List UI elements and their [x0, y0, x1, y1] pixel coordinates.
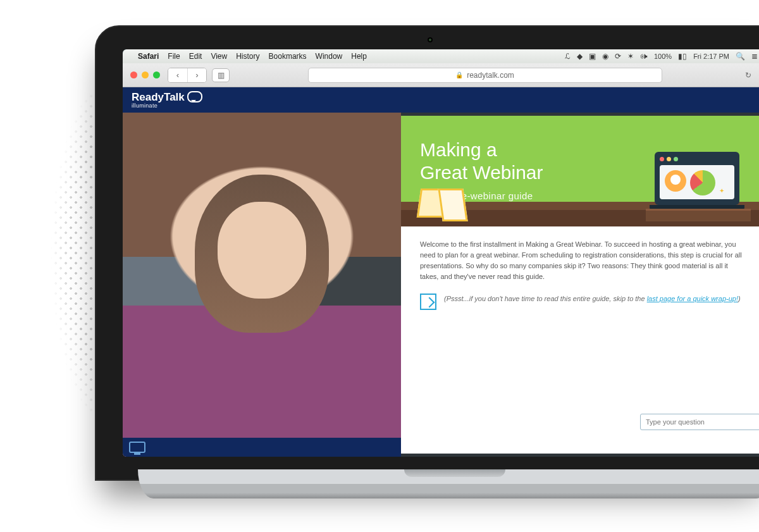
presenter-video: [123, 113, 401, 457]
menu-bookmarks[interactable]: Bookmarks: [269, 52, 307, 61]
spotlight-icon[interactable]: 🔍: [736, 52, 745, 61]
menubar-sync-icon[interactable]: ⟳: [615, 52, 621, 61]
slide-hint: (Pssst...if you don't have time to read …: [420, 294, 742, 310]
menu-view[interactable]: View: [211, 52, 227, 61]
window-close-button[interactable]: [130, 71, 137, 78]
sparkle-icon: ✦: [719, 187, 725, 194]
window-minimize-button[interactable]: [142, 71, 149, 78]
readytalk-logo-text: ReadyTalk: [132, 91, 185, 104]
address-domain: readytalk.com: [467, 71, 514, 80]
address-bar[interactable]: 🔒 readytalk.com: [308, 68, 662, 83]
slide-content: Making a Great Webinar Part 1: pre-webin…: [401, 116, 759, 454]
skip-arrow-icon: [420, 294, 436, 310]
slide-hero: Making a Great Webinar Part 1: pre-webin…: [401, 116, 759, 226]
pie-chart-icon: [690, 170, 715, 195]
display-toggle-icon[interactable]: [129, 442, 145, 453]
laptop-mockup: Safari File Edit View History Bookmarks …: [95, 25, 759, 481]
forward-button[interactable]: ›: [187, 68, 206, 82]
readytalk-logo-subtext: illuminate: [132, 102, 185, 109]
booklet-icon: [419, 189, 453, 218]
safari-toolbar: ‹ › ▥ 🔒 readytalk.com ↻: [123, 63, 759, 87]
question-input[interactable]: [640, 414, 759, 430]
video-control-bar: [123, 438, 401, 457]
laptop-camera-icon: [428, 37, 433, 42]
hint-link[interactable]: last page for a quick wrap-up!: [647, 295, 738, 302]
menubar-drive-icon[interactable]: ◆: [577, 52, 583, 61]
slide-body-text: Welcome to the first installment in Maki…: [420, 239, 742, 282]
avatar-icon: [665, 170, 686, 192]
menubar-shield-icon[interactable]: ▣: [589, 52, 596, 61]
sidebar-toggle-button[interactable]: ▥: [212, 68, 230, 82]
presenter-image: [123, 113, 401, 457]
slide-area: Making a Great Webinar Part 1: pre-webin…: [401, 113, 759, 457]
macos-menubar: Safari File Edit View History Bookmarks …: [123, 49, 759, 63]
menu-history[interactable]: History: [236, 52, 259, 61]
menubar-clock[interactable]: Fri 2:17 PM: [693, 53, 729, 60]
battery-icon[interactable]: ▮▯: [678, 52, 687, 61]
window-traffic-lights: [130, 71, 160, 78]
volume-icon[interactable]: 🕪: [640, 52, 648, 61]
hint-suffix: ): [738, 295, 741, 302]
menubar-extra-icon[interactable]: ℒ: [565, 52, 571, 61]
menu-help[interactable]: Help: [351, 52, 367, 61]
menu-file[interactable]: File: [168, 52, 180, 61]
reload-button[interactable]: ↻: [740, 71, 756, 80]
lock-icon: 🔒: [455, 71, 463, 78]
hint-prefix: (Pssst...if you don't have time to read …: [444, 295, 647, 302]
laptop-base: [138, 469, 759, 498]
wifi-icon[interactable]: ✶: [627, 52, 634, 61]
menu-edit[interactable]: Edit: [189, 52, 202, 61]
menubar-list-icon[interactable]: ≣: [751, 52, 758, 61]
laptop-illustration: ✦: [650, 152, 744, 221]
speech-bubble-icon: [187, 91, 202, 102]
nav-back-forward: ‹ ›: [168, 68, 207, 83]
active-app-name[interactable]: Safari: [138, 52, 159, 61]
menu-window[interactable]: Window: [316, 52, 343, 61]
readytalk-logo[interactable]: ReadyTalk illuminate: [132, 91, 202, 109]
readytalk-header: ReadyTalk illuminate: [123, 87, 759, 113]
window-maximize-button[interactable]: [153, 71, 160, 78]
battery-percent[interactable]: 100%: [654, 53, 672, 60]
back-button[interactable]: ‹: [168, 68, 187, 82]
menubar-status-icon[interactable]: ◉: [602, 52, 608, 61]
